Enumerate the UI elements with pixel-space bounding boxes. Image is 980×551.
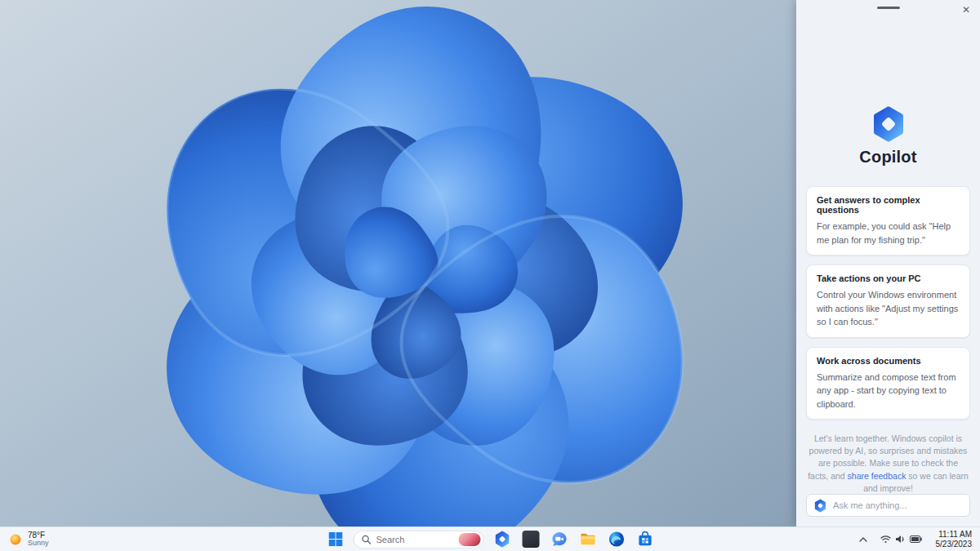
- card-body: For example, you could ask "Help me plan…: [817, 220, 960, 247]
- store-icon: [636, 531, 653, 548]
- taskbar-search[interactable]: [354, 531, 484, 549]
- suggestion-cards: Get answers to complex questions For exa…: [806, 186, 970, 420]
- copilot-icon: [493, 531, 510, 548]
- copilot-logo-icon: [870, 105, 907, 143]
- date-label: 5/23/2023: [936, 540, 973, 549]
- search-input[interactable]: [376, 535, 454, 544]
- taskbar: 78°F Sunny: [0, 527, 980, 551]
- card-body: Summarize and compose text from any app …: [817, 371, 960, 411]
- show-hidden-icons-button[interactable]: [855, 534, 871, 545]
- weather-condition: Sunny: [28, 540, 49, 548]
- copilot-mini-icon: [813, 499, 827, 513]
- card-title: Take actions on your PC: [817, 273, 960, 283]
- card-title: Get answers to complex questions: [817, 195, 960, 215]
- windows-logo-icon: [328, 532, 342, 546]
- screen: ✕ Copilot Get answers to complex questio…: [0, 0, 980, 551]
- edge-icon: [608, 531, 625, 548]
- folder-icon: [579, 531, 596, 548]
- share-feedback-link[interactable]: share feedback: [848, 471, 906, 481]
- file-explorer-button[interactable]: [577, 529, 599, 550]
- chat-button[interactable]: [549, 529, 570, 550]
- panel-drag-handle[interactable]: [877, 7, 900, 9]
- copilot-taskbar-button[interactable]: [492, 529, 513, 550]
- volume-icon: [895, 535, 906, 544]
- wifi-icon: [880, 535, 891, 544]
- battery-icon: [910, 535, 922, 543]
- card-body: Control your Windows environment with ac…: [817, 288, 960, 329]
- network-volume-battery-button[interactable]: [876, 531, 926, 547]
- search-highlight-image[interactable]: [459, 533, 481, 546]
- chat-icon: [550, 531, 568, 548]
- bloom-wallpaper: [0, 0, 796, 527]
- ask-input[interactable]: [833, 500, 963, 510]
- card-complex-questions[interactable]: Get answers to complex questions For exa…: [806, 186, 970, 256]
- chevron-up-icon: [859, 537, 867, 542]
- desktop: [0, 0, 796, 527]
- sun-icon: [8, 532, 23, 547]
- dark-app-icon: [522, 531, 539, 548]
- card-title: Work across documents: [817, 356, 960, 366]
- ai-disclaimer: Let's learn together. Windows copilot is…: [806, 433, 970, 495]
- store-button[interactable]: [635, 529, 656, 550]
- close-icon[interactable]: ✕: [959, 2, 973, 17]
- time-label: 11:11 AM: [938, 530, 972, 540]
- dark-app-button[interactable]: [520, 529, 541, 550]
- ask-input-container: [806, 494, 970, 517]
- weather-widget[interactable]: 78°F Sunny: [0, 527, 57, 551]
- edge-button[interactable]: [606, 529, 627, 550]
- start-button[interactable]: [325, 529, 346, 550]
- clock[interactable]: 11:11 AM 5/23/2023: [931, 528, 978, 550]
- card-take-actions[interactable]: Take actions on your PC Control your Win…: [806, 264, 970, 338]
- panel-title: Copilot: [806, 148, 970, 167]
- card-work-across-documents[interactable]: Work across documents Summarize and comp…: [806, 347, 970, 420]
- taskbar-center: [325, 527, 656, 551]
- system-tray: 11:11 AM 5/23/2023: [855, 527, 978, 551]
- copilot-panel: ✕ Copilot Get answers to complex questio…: [796, 0, 980, 527]
- search-icon: [362, 535, 372, 544]
